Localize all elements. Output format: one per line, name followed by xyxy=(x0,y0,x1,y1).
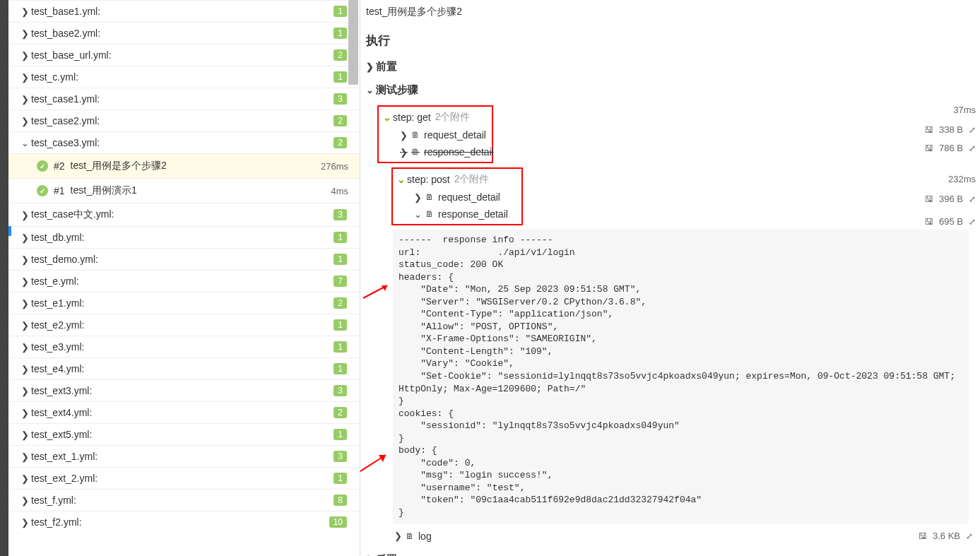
section-before[interactable]: ❯ 前置 xyxy=(365,57,976,81)
expand-icon[interactable]: ⤢ xyxy=(969,125,976,135)
step2-request-detail[interactable]: ❯ 🗎 request_detail xyxy=(394,189,520,206)
tree-item[interactable]: ❯test_e3.yml:1 xyxy=(8,336,360,357)
file-icon: 🗎 xyxy=(411,147,420,157)
tree-item[interactable]: ❯test_ext_2.yml:1 xyxy=(8,467,360,489)
chevron-down-icon: ⌄ xyxy=(397,174,406,185)
tree-item[interactable]: ❯test_f2.yml:10 xyxy=(8,511,360,533)
tree-item[interactable]: ❯test_e1.yml:2 xyxy=(8,292,360,314)
count-badge: 3 xyxy=(333,451,347,462)
chevron-right-icon: ❯ xyxy=(21,95,28,104)
step-get-row[interactable]: ⌄ step: get 2个附件 xyxy=(380,108,490,126)
tree-item[interactable]: ❯test_e2.yml:1 xyxy=(8,314,360,336)
test-duration: 276ms xyxy=(321,161,348,172)
save-icon[interactable]: 🖫 xyxy=(925,143,933,153)
tree-item-label: test_e3.yml: xyxy=(31,341,84,353)
log-size: 3.6 KB xyxy=(933,531,960,541)
tree-item[interactable]: ❯test_base1.yml:1 xyxy=(8,0,360,22)
chevron-right-icon: ❯ xyxy=(366,62,373,71)
tree-item[interactable]: ❯test_f.yml:8 xyxy=(8,489,360,511)
step1-response-detail[interactable]: ❯ 🗎 response_detail xyxy=(380,143,490,160)
section-after-label: 后置 xyxy=(376,553,397,556)
file-icon: 🗎 xyxy=(411,130,420,140)
chevron-right-icon: ❯ xyxy=(414,193,421,202)
save-icon[interactable]: 🖫 xyxy=(919,531,927,541)
tree-item[interactable]: ❯test_base2.yml:1 xyxy=(8,22,360,44)
log-label: log xyxy=(418,531,432,542)
expand-icon[interactable]: ⤢ xyxy=(966,531,973,541)
log-row[interactable]: ❯ 🗎 log 🖫 3.6 KB ⤢ xyxy=(377,526,976,546)
count-badge: 2 xyxy=(333,297,347,309)
chevron-down-icon: ⌄ xyxy=(383,112,391,123)
count-badge: 2 xyxy=(333,137,347,148)
size-label: 695 B xyxy=(939,216,963,227)
tree-item[interactable]: ❯test_ext3.yml:3 xyxy=(8,379,360,401)
pass-icon: ✓ xyxy=(37,185,48,196)
tree-item[interactable]: ❯test_case中文.yml:3 xyxy=(8,203,360,226)
expand-icon[interactable]: ⤢ xyxy=(969,143,976,153)
tree-item-label: test_base1.yml: xyxy=(31,6,100,17)
tree-item-label: test_ext5.yml: xyxy=(31,429,92,440)
chevron-right-icon: ❯ xyxy=(21,51,28,60)
chevron-down-icon: ⌄ xyxy=(21,138,28,148)
tree-item[interactable]: ❯test_case1.yml:3 xyxy=(8,88,360,110)
tree-item[interactable]: ❯test_db.yml:1 xyxy=(8,226,360,248)
step1-request-detail[interactable]: ❯ 🗎 request_detail xyxy=(380,126,490,143)
tree-item[interactable]: ⌄test_case3.yml:2 xyxy=(8,131,360,153)
section-steps[interactable]: ⌄ 测试步骤 xyxy=(365,81,976,104)
tree-item-label: test_ext_1.yml: xyxy=(31,451,98,462)
sub-label: request_detail xyxy=(424,129,486,141)
tree-item-label: test_e2.yml: xyxy=(31,319,84,331)
step-post-row[interactable]: ⌄ step: post 2个附件 xyxy=(394,170,520,189)
tree-item[interactable]: ❯test_ext4.yml:2 xyxy=(8,401,360,423)
count-badge: 1 xyxy=(333,6,347,17)
count-badge: 1 xyxy=(333,341,347,353)
count-badge: 8 xyxy=(333,495,347,506)
chevron-right-icon: ❯ xyxy=(21,73,28,82)
step2-time: 232ms xyxy=(948,174,976,184)
tree-item-label: test_f.yml: xyxy=(31,495,76,506)
chevron-right-icon: ❯ xyxy=(21,474,28,483)
chevron-right-icon: ❯ xyxy=(394,531,401,540)
tree-item[interactable]: ❯test_c.yml:1 xyxy=(8,66,360,88)
tree-item-label: test_e4.yml: xyxy=(31,363,84,374)
tree-item[interactable]: ❯test_base_url.yml:2 xyxy=(8,44,360,66)
file-icon: 🗎 xyxy=(406,531,414,541)
expand-icon[interactable]: ⤢ xyxy=(969,194,976,204)
tree-item[interactable]: ❯test_case2.yml:2 xyxy=(8,110,360,131)
tree-item[interactable]: ❯test_demo.yml:1 xyxy=(8,248,360,270)
pass-icon: ✓ xyxy=(37,160,48,172)
tree-item[interactable]: ❯test_e4.yml:1 xyxy=(8,357,360,379)
detail-panel: test_用例是多个步骤2 执行 ❯ 前置 ⌄ 测试步骤 ⌄ step: get… xyxy=(360,0,980,556)
save-icon[interactable]: 🖫 xyxy=(925,217,933,227)
count-badge: 10 xyxy=(329,516,347,528)
chevron-right-icon: ❯ xyxy=(21,386,28,396)
sidebar-scrollbar[interactable] xyxy=(348,0,358,85)
chevron-right-icon: ❯ xyxy=(21,430,28,439)
tree-item-label: test_case2.yml: xyxy=(31,115,100,126)
chevron-right-icon: ❯ xyxy=(21,299,28,308)
chevron-right-icon: ❯ xyxy=(21,277,28,286)
tree-item-label: test_e.yml: xyxy=(31,276,79,287)
chevron-right-icon: ❯ xyxy=(21,343,28,352)
attach-count: 2个附件 xyxy=(435,111,471,124)
tree-item[interactable]: ❯test_ext5.yml:1 xyxy=(8,423,360,445)
chevron-right-icon: ❯ xyxy=(21,211,28,220)
step-label: step: post xyxy=(407,174,450,185)
sub-label: response_detail xyxy=(424,146,494,158)
count-badge: 1 xyxy=(333,363,347,374)
tree-child[interactable]: ✓#1test_用例演示14ms xyxy=(8,178,360,203)
size-label: 786 B xyxy=(939,143,963,153)
sub-label: request_detail xyxy=(438,191,500,203)
step2-response-detail[interactable]: ⌄ 🗎 response_detail xyxy=(394,206,520,223)
tree-item[interactable]: ❯test_e.yml:7 xyxy=(8,270,360,292)
expand-icon[interactable]: ⤢ xyxy=(969,217,976,227)
tree-child[interactable]: ✓#2test_用例是多个步骤2276ms xyxy=(8,153,360,178)
step-label: step: get xyxy=(393,112,431,123)
count-badge: 3 xyxy=(333,93,347,105)
save-icon[interactable]: 🖫 xyxy=(925,194,933,204)
save-icon[interactable]: 🖫 xyxy=(925,125,933,135)
section-after[interactable]: ❯ 后置 xyxy=(365,550,976,556)
count-badge: 7 xyxy=(333,276,347,287)
tree-item[interactable]: ❯test_ext_1.yml:3 xyxy=(8,445,360,467)
tree-item-label: test_ext3.yml: xyxy=(31,385,92,396)
